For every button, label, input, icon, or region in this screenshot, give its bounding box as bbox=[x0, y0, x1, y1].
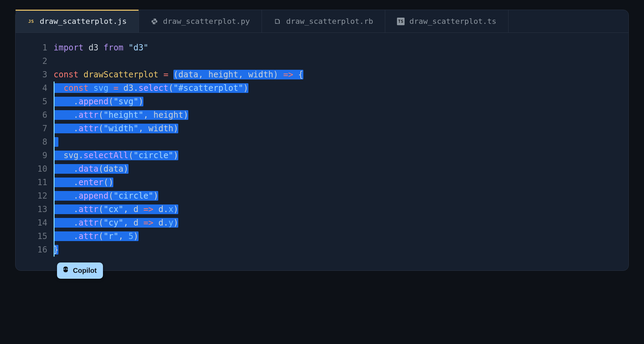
code-token: . bbox=[74, 164, 78, 174]
code-token: ) bbox=[173, 204, 178, 214]
code-line: 5 .append("svg") bbox=[16, 95, 628, 108]
tab-py[interactable]: draw_scatterplot.py bbox=[139, 10, 262, 32]
code-token: . bbox=[74, 191, 78, 201]
code-token: height bbox=[153, 110, 183, 120]
code-content[interactable]: .attr("width", width) bbox=[54, 122, 628, 135]
code-token bbox=[78, 70, 83, 79]
code-token: data bbox=[178, 70, 198, 79]
code-token bbox=[54, 164, 74, 174]
code-content[interactable]: const svg = d3.select("#scatterplot") bbox=[54, 82, 628, 95]
code-token: const bbox=[64, 83, 88, 93]
code-token: d3 bbox=[123, 83, 133, 93]
line-number: 5 bbox=[16, 95, 54, 108]
code-token: , bbox=[238, 70, 248, 79]
code-token: select bbox=[139, 83, 169, 93]
code-token: ) bbox=[153, 191, 158, 201]
code-token bbox=[139, 218, 143, 228]
code-token: ) bbox=[139, 97, 143, 106]
code-token: svg bbox=[94, 83, 108, 93]
selection-gutter-indicator bbox=[54, 162, 55, 176]
code-area[interactable]: 1import d3 from "d3"23const drawScatterp… bbox=[16, 33, 628, 270]
selection-gutter-indicator bbox=[54, 108, 55, 122]
selection-gutter-indicator bbox=[54, 95, 55, 108]
code-token: . bbox=[163, 218, 168, 228]
line-number: 1 bbox=[16, 41, 54, 55]
code-content[interactable]: import d3 from "d3" bbox=[54, 41, 628, 55]
tab-rb[interactable]: draw_scatterplot.rb bbox=[262, 10, 385, 32]
code-token bbox=[54, 83, 64, 93]
code-token: ) bbox=[133, 231, 138, 241]
code-line: 4 const svg = d3.select("#scatterplot") bbox=[16, 82, 628, 95]
code-token: "width" bbox=[104, 124, 139, 133]
code-token bbox=[139, 204, 143, 214]
code-line: 14 .attr("cy", d => d.y) bbox=[16, 216, 628, 230]
code-content[interactable]: .attr("height", height) bbox=[54, 108, 628, 122]
code-content[interactable]: svg.selectAll("circle") bbox=[54, 149, 628, 162]
tab-label: draw_scatterplot.rb bbox=[286, 17, 373, 26]
tab-bar: JSdraw_scatterplot.jsdraw_scatterplot.py… bbox=[16, 10, 628, 33]
code-token: attr bbox=[78, 204, 98, 214]
selection-highlight: .data(data) bbox=[54, 164, 129, 174]
code-token: ( bbox=[98, 164, 103, 174]
line-number: 3 bbox=[16, 68, 54, 82]
code-token: . bbox=[74, 97, 78, 106]
tab-label: draw_scatterplot.py bbox=[163, 17, 250, 26]
code-content[interactable]: .enter() bbox=[54, 176, 628, 189]
code-content[interactable]: .append("circle") bbox=[54, 189, 628, 203]
code-token: data bbox=[78, 164, 98, 174]
code-token: , bbox=[119, 231, 129, 241]
code-token bbox=[153, 204, 158, 214]
code-line: 9 svg.selectAll("circle") bbox=[16, 149, 628, 162]
code-token: attr bbox=[78, 218, 98, 228]
code-line: 13 .attr("cx", d => d.x) bbox=[16, 203, 628, 216]
tab-label: draw_scatterplot.ts bbox=[409, 17, 496, 26]
code-token: selectAll bbox=[84, 151, 129, 160]
code-token: ( bbox=[129, 151, 133, 160]
code-token: ( bbox=[98, 231, 103, 241]
selection-highlight: .attr("width", width) bbox=[54, 124, 178, 133]
line-number: 4 bbox=[16, 82, 54, 95]
code-token: svg bbox=[64, 151, 78, 160]
code-editor-panel: JSdraw_scatterplot.jsdraw_scatterplot.py… bbox=[15, 10, 629, 271]
code-token: d bbox=[158, 218, 163, 228]
selection-highlight: .append("circle") bbox=[54, 191, 158, 201]
code-content[interactable]: } bbox=[54, 243, 628, 257]
code-token: "cy" bbox=[104, 218, 124, 228]
code-content[interactable]: .attr("cx", d => d.x) bbox=[54, 203, 628, 216]
code-token: attr bbox=[78, 110, 98, 120]
copilot-icon bbox=[62, 266, 69, 275]
code-content[interactable]: .data(data) bbox=[54, 162, 628, 176]
code-token bbox=[54, 110, 74, 120]
code-token: . bbox=[74, 218, 78, 228]
code-token: { bbox=[298, 70, 303, 79]
code-token: "circle" bbox=[113, 191, 153, 201]
selection-highlight: .attr("cy", d => d.y) bbox=[54, 218, 178, 228]
selection-gutter-indicator bbox=[54, 203, 55, 216]
code-content[interactable]: .attr("cy", d => d.y) bbox=[54, 216, 628, 230]
code-token: append bbox=[78, 191, 108, 201]
line-number: 12 bbox=[16, 189, 54, 203]
code-line: 3const drawScatterplot = (data, height, … bbox=[16, 68, 628, 82]
code-token: ) bbox=[123, 164, 128, 174]
code-token: data bbox=[104, 164, 124, 174]
code-token: 5 bbox=[129, 231, 133, 241]
line-number: 8 bbox=[16, 135, 54, 149]
code-token: ) bbox=[273, 70, 278, 79]
code-token bbox=[54, 204, 74, 214]
tab-js[interactable]: JSdraw_scatterplot.js bbox=[16, 10, 139, 32]
code-content[interactable]: .attr("r", 5) bbox=[54, 230, 628, 243]
code-content[interactable]: const drawScatterplot = (data, height, w… bbox=[54, 68, 628, 82]
code-token: , bbox=[123, 204, 133, 214]
code-content[interactable]: .append("svg") bbox=[54, 95, 628, 108]
code-token: d bbox=[133, 204, 138, 214]
code-token bbox=[54, 191, 74, 201]
code-token bbox=[54, 124, 74, 133]
copilot-button[interactable]: Copilot bbox=[57, 262, 103, 279]
code-token: import bbox=[54, 43, 84, 52]
ts-file-icon: TS bbox=[397, 18, 405, 25]
code-token: d bbox=[133, 218, 138, 228]
tab-ts[interactable]: TSdraw_scatterplot.ts bbox=[385, 10, 509, 32]
code-token: ) bbox=[173, 151, 178, 160]
code-line: 10 .data(data) bbox=[16, 162, 628, 176]
code-content[interactable] bbox=[54, 135, 628, 149]
